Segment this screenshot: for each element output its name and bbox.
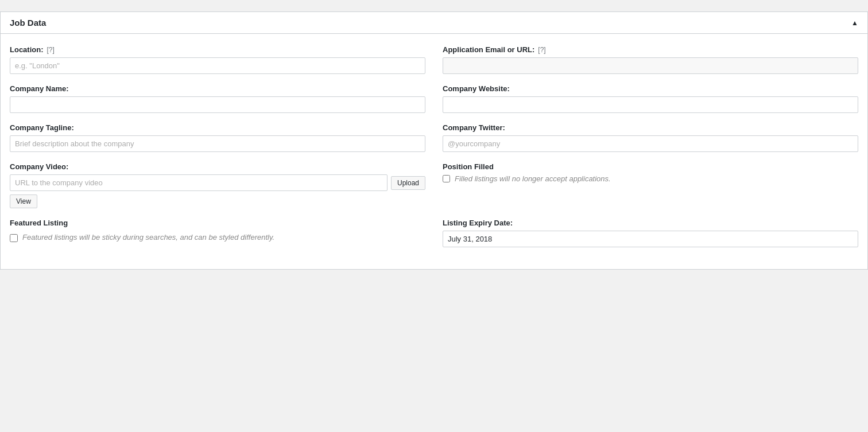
company-name-label: Company Name: <box>10 84 425 93</box>
application-email-input[interactable] <box>443 57 858 74</box>
featured-listing-checkbox-group: Featured listings will be sticky during … <box>10 231 425 242</box>
location-help-tooltip[interactable]: [?] <box>47 46 55 54</box>
position-filled-label: Position Filled <box>443 162 858 171</box>
position-filled-checkbox-group: Filled listings will no longer accept ap… <box>443 174 858 183</box>
company-twitter-label: Company Twitter: <box>443 123 858 132</box>
application-email-help-tooltip[interactable]: [?] <box>538 46 545 54</box>
company-video-group: Company Video: Upload View <box>10 162 425 208</box>
company-website-label: Company Website: <box>443 84 858 93</box>
position-filled-group: Position Filled Filled listings will no … <box>443 162 858 208</box>
location-label: Location: [?] <box>10 45 425 54</box>
featured-listing-checkbox-label: Featured listings will be sticky during … <box>22 233 274 242</box>
featured-listing-checkbox[interactable] <box>10 234 18 242</box>
company-video-label: Company Video: <box>10 162 425 171</box>
application-email-label: Application Email or URL: [?] <box>443 45 858 54</box>
view-button[interactable]: View <box>10 194 37 208</box>
panel-title: Job Data <box>10 18 46 28</box>
company-website-group: Company Website: <box>443 84 858 113</box>
company-tagline-input[interactable] <box>10 135 425 152</box>
position-filled-checkbox[interactable] <box>443 175 450 182</box>
listing-expiry-input[interactable] <box>443 231 858 247</box>
company-twitter-group: Company Twitter: <box>443 123 858 152</box>
company-name-group: Company Name: <box>10 84 425 113</box>
panel-header: Job Data ▲ <box>1 12 867 34</box>
company-tagline-group: Company Tagline: <box>10 123 425 152</box>
panel-toggle-icon[interactable]: ▲ <box>851 19 858 27</box>
featured-listing-group: Featured Listing Featured listings will … <box>10 219 425 247</box>
job-data-panel: Job Data ▲ Location: [?] Application Ema… <box>0 11 868 270</box>
company-video-input[interactable] <box>10 174 388 191</box>
form-grid: Location: [?] Application Email or URL: … <box>10 45 858 258</box>
upload-button[interactable]: Upload <box>391 176 425 190</box>
panel-body: Location: [?] Application Email or URL: … <box>1 34 867 269</box>
company-name-input[interactable] <box>10 96 425 113</box>
view-btn-row: View <box>10 194 425 208</box>
listing-expiry-label: Listing Expiry Date: <box>443 219 858 227</box>
location-input[interactable] <box>10 57 425 74</box>
video-input-row: Upload <box>10 174 425 191</box>
listing-expiry-group: Listing Expiry Date: <box>443 219 858 247</box>
location-group: Location: [?] <box>10 45 425 74</box>
company-twitter-input[interactable] <box>443 135 858 152</box>
position-filled-checkbox-label: Filled listings will no longer accept ap… <box>455 174 611 183</box>
application-email-group: Application Email or URL: [?] <box>443 45 858 74</box>
featured-listing-label: Featured Listing <box>10 219 425 227</box>
company-tagline-label: Company Tagline: <box>10 123 425 132</box>
company-website-input[interactable] <box>443 96 858 113</box>
